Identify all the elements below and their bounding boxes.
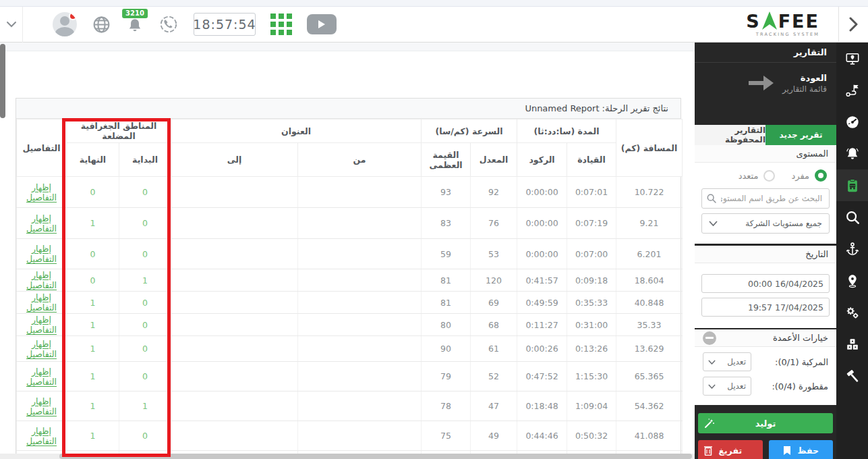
collapse-header-button[interactable] <box>0 7 23 43</box>
vehicle-label: المركبة (0/1): <box>775 357 828 367</box>
save-button[interactable]: حفظ <box>769 440 834 459</box>
cell-details: إظهار التفاصيل <box>17 239 67 269</box>
cell-end: 1 <box>67 421 119 451</box>
show-details-link[interactable]: إظهار التفاصيل <box>26 339 57 359</box>
cell-distance: 40.848 <box>616 292 683 314</box>
apps-grid-icon[interactable] <box>270 14 292 35</box>
cell-idle: 0:47:52 <box>517 362 567 392</box>
cell-average: 49 <box>471 421 517 451</box>
collapse-panel-icon[interactable] <box>703 331 716 345</box>
nav-auctions[interactable] <box>836 360 868 392</box>
nav-reports[interactable] <box>836 169 868 201</box>
radio-multi-label[interactable]: متعدد <box>739 171 759 181</box>
show-details-link[interactable]: إظهار التفاصيل <box>26 182 57 202</box>
vehicle-edit-select[interactable]: تعديل <box>703 352 751 371</box>
radio-single[interactable] <box>815 169 827 182</box>
notifications-button[interactable]: 3210 <box>126 17 144 37</box>
cell-max: 81 <box>422 292 471 314</box>
radio-single-label[interactable]: مفرد <box>791 171 809 181</box>
speedometer-icon <box>845 115 860 130</box>
horizontal-scrollbar[interactable] <box>59 454 692 459</box>
cell-from <box>298 314 422 336</box>
cell-details: إظهار التفاصيل <box>17 269 67 292</box>
clear-label: تفريغ <box>718 446 742 456</box>
cell-average: 69 <box>471 292 517 314</box>
date-panel: التاريخ 00:00 16/04/2025 19:57 17/04/202… <box>695 246 836 328</box>
nav-locations[interactable] <box>836 265 868 296</box>
cell-from <box>298 269 422 292</box>
cell-to <box>171 177 298 208</box>
anchor-icon <box>845 242 860 256</box>
show-details-link[interactable]: إظهار التفاصيل <box>26 244 57 264</box>
youtube-icon[interactable] <box>307 14 337 34</box>
nav-ports[interactable] <box>836 233 868 265</box>
show-details-link[interactable]: إظهار التفاصيل <box>26 292 57 313</box>
level-search-input[interactable] <box>701 188 830 209</box>
nav-settings[interactable] <box>836 296 868 328</box>
company-levels-select[interactable]: جميع مستويات الشركة <box>701 213 830 234</box>
nav-assets[interactable] <box>836 328 868 360</box>
bookmark-icon <box>783 446 791 456</box>
cell-to <box>171 239 298 269</box>
bell-icon <box>126 17 144 34</box>
monitor-pin-icon <box>845 51 860 66</box>
cell-max: 93 <box>422 177 471 208</box>
safee-logo: S FEE TRACKING SYSTEM <box>746 11 819 37</box>
col-average: المعدل <box>471 143 517 177</box>
reports-sidebar: التقارير العودة قائمة التقارير تقرير جدي… <box>695 43 836 459</box>
back-to-reports-list[interactable]: العودة قائمة التقارير <box>695 63 836 103</box>
generate-button[interactable]: توليد <box>698 413 833 433</box>
column-options-header: خيارات الأعمدة <box>773 333 828 343</box>
logo-letters-fee: FEE <box>778 13 819 30</box>
support-24h-icon[interactable] <box>158 14 179 34</box>
cell-max: 75 <box>422 421 471 451</box>
nav-dashboard[interactable] <box>836 106 868 138</box>
cell-to <box>171 336 298 362</box>
nav-search[interactable] <box>836 201 868 233</box>
sidebar-title: التقارير <box>695 43 836 63</box>
trailer-edit-select[interactable]: تعديل <box>703 377 751 396</box>
nav-monitoring[interactable] <box>836 43 868 74</box>
logo-tagline: TRACKING SYSTEM <box>756 32 819 37</box>
cell-driving: 1:09:04 <box>567 392 616 421</box>
show-details-link[interactable]: إظهار التفاصيل <box>26 426 57 446</box>
arrow-right-icon <box>747 74 774 92</box>
col-start: البداية <box>119 143 171 177</box>
table-row: 18.6040:09:180:41:571208110إظهار التفاصي… <box>17 269 683 292</box>
cell-end: 1 <box>67 314 119 336</box>
cell-driving: 0:13:26 <box>567 336 616 362</box>
collapse-sidebar-button[interactable] <box>838 7 868 43</box>
show-details-link[interactable]: إظهار التفاصيل <box>26 270 57 290</box>
show-details-link[interactable]: إظهار التفاصيل <box>26 213 57 234</box>
show-details-link[interactable]: إظهار التفاصيل <box>26 315 57 335</box>
vertical-scrollbar[interactable] <box>0 44 5 118</box>
cell-to <box>171 269 298 292</box>
cell-max: 83 <box>422 208 471 239</box>
cell-end: 0 <box>67 269 119 292</box>
show-details-link[interactable]: إظهار التفاصيل <box>26 367 57 387</box>
main-content: نتائج تقرير الرحلة: Unnamed Report المسا… <box>0 43 695 459</box>
tab-saved-reports[interactable]: التقارير المحفوظة <box>695 125 765 145</box>
show-details-link[interactable]: إظهار التفاصيل <box>26 396 57 416</box>
column-options-panel: خيارات الأعمدة المركبة (0/1): تعديل مقطو… <box>695 329 836 405</box>
cell-start: 0 <box>119 177 171 208</box>
cell-average: 92 <box>471 177 517 208</box>
cell-average: 52 <box>471 362 517 392</box>
globe-icon[interactable] <box>92 15 111 34</box>
cell-details: إظهار التفاصيل <box>17 336 67 362</box>
nav-trips[interactable] <box>836 74 868 106</box>
clear-button[interactable]: تفريغ <box>698 440 763 459</box>
cell-distance: 65.365 <box>616 362 683 392</box>
nav-notifications[interactable] <box>836 138 868 169</box>
tab-new-report[interactable]: تقرير جديد <box>765 125 836 145</box>
cell-idle: 0:00:00 <box>517 239 567 269</box>
cell-to <box>171 362 298 392</box>
date-to-input[interactable]: 19:57 17/04/2025 <box>701 298 830 317</box>
report-results-card: نتائج تقرير الرحلة: Unnamed Report المسا… <box>16 98 681 459</box>
cell-end: 0 <box>67 239 119 269</box>
date-from-input[interactable]: 00:00 16/04/2025 <box>701 274 830 293</box>
chevron-down-icon <box>709 221 718 226</box>
user-avatar[interactable] <box>53 12 77 36</box>
cell-end: 1 <box>67 292 119 314</box>
radio-multi[interactable] <box>763 170 775 182</box>
